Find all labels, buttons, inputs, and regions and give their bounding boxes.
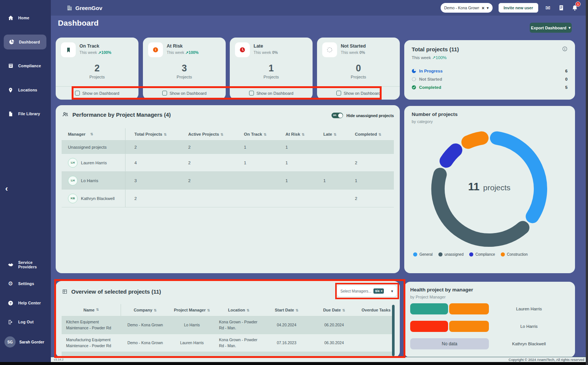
project-count: 3 — [143, 63, 226, 74]
check-circle-icon — [412, 85, 416, 90]
column-header-company[interactable]: Company⇅ — [121, 307, 169, 313]
sort-icon: ⇅ — [96, 307, 99, 313]
handshake-icon — [7, 262, 14, 268]
sidebar-item-home[interactable]: Home — [0, 10, 51, 25]
show-on-dashboard-checkbox[interactable]: Show on Dashboard — [317, 86, 400, 100]
bell-icon[interactable]: 1 — [571, 4, 578, 12]
checkbox-icon[interactable] — [249, 91, 254, 96]
company-select[interactable]: Demo - Kona Grown × ▾ — [441, 3, 493, 13]
sort-icon: ⇅ — [164, 133, 167, 136]
clear-icon[interactable]: × — [380, 289, 382, 293]
sort-icon: ⇅ — [154, 309, 157, 312]
donut-chart: 11projects — [426, 126, 552, 252]
chevron-down-icon: ▾ — [569, 26, 571, 30]
table-header-row: Name⇅ Company⇅ Project Manager⇅ Location… — [62, 304, 394, 316]
health-bar — [410, 303, 489, 314]
clock-icon — [235, 42, 250, 57]
sort-icon: ⇅ — [246, 309, 249, 312]
info-icon[interactable] — [562, 46, 568, 52]
column-header-project-manager[interactable]: Project Manager⇅ — [169, 307, 215, 313]
inbox-icon — [7, 63, 14, 69]
sidebar-item-settings[interactable]: ⚙ Settings — [0, 276, 51, 291]
manager-name: Lo Harris — [489, 324, 569, 329]
company-select-value: Demo - Kona Grown — [444, 6, 480, 10]
column-header-late[interactable]: Late⇅ — [314, 132, 346, 136]
mail-icon[interactable]: ✉ — [544, 4, 552, 12]
column-header-completed[interactable]: Completed⇅ — [346, 132, 394, 136]
report-icon[interactable] — [558, 4, 565, 12]
clear-icon[interactable]: × — [481, 5, 484, 11]
performance-table: Manager⇅ Total Projects⇅ Active Projects… — [62, 128, 394, 207]
page-scrollbar[interactable] — [586, 0, 588, 365]
column-header-active[interactable]: Active Projects⇅ — [179, 132, 235, 136]
card-title: Number of projects — [404, 106, 575, 117]
table-row[interactable]: Manufacturing Equipment Maintenance - Po… — [62, 334, 394, 352]
card-title: Total projects (11) — [412, 46, 562, 52]
sidebar-item-log-out[interactable]: Log Out — [0, 314, 51, 329]
home-icon — [7, 15, 14, 21]
sidebar-collapse-icon[interactable]: ‹ — [5, 185, 8, 193]
export-dashboard-button[interactable]: Export Dashboard ▾ — [530, 23, 572, 33]
toggle-switch[interactable]: on — [331, 113, 343, 118]
sidebar-item-dashboard[interactable]: Dashboard — [4, 35, 46, 49]
table-scrollbar[interactable] — [392, 305, 395, 356]
checkbox-icon[interactable] — [162, 91, 167, 96]
column-header-manager[interactable]: Manager⇅ — [62, 128, 125, 140]
file-icon — [7, 111, 14, 117]
chevron-down-icon[interactable]: ▾ — [391, 289, 393, 294]
sort-icon: ⇅ — [90, 132, 93, 136]
health-bar — [410, 321, 489, 332]
column-header-on-track[interactable]: On Track⇅ — [235, 132, 277, 136]
legend-dot — [501, 252, 505, 256]
warning-icon: ! — [148, 42, 163, 57]
user-profile[interactable]: SG Sarah Gorder — [0, 334, 51, 350]
sidebar-item-locations[interactable]: Locations — [0, 83, 51, 97]
column-header-due-date[interactable]: Due Date⇅ — [310, 307, 358, 313]
avatar: LH — [68, 176, 78, 185]
health-row: Lauren Harris — [410, 303, 569, 314]
sidebar-item-service-providers[interactable]: Service Providers — [0, 257, 51, 272]
svg-text:!: ! — [155, 48, 156, 52]
checkbox-icon[interactable] — [336, 91, 341, 96]
select-managers-dropdown[interactable]: Select Managers... 0/4× ▾ — [337, 285, 396, 297]
invite-new-user-button[interactable]: Invite new user — [499, 3, 538, 13]
card-subtitle: by category — [404, 117, 575, 124]
column-header-total[interactable]: Total Projects⇅ — [125, 132, 179, 136]
show-on-dashboard-checkbox[interactable]: Show on Dashboard — [230, 86, 313, 100]
hide-unassigned-toggle[interactable]: on Hide unassigned projects — [331, 113, 394, 118]
avatar: LH — [68, 158, 78, 168]
navbar-actions: Demo - Kona Grown × ▾ Invite new user ✉ … — [441, 0, 578, 16]
copyright-label: Copyright © 2024 AnamiTech, All rights r… — [509, 358, 584, 362]
version-label: v3.14.2 — [54, 358, 63, 361]
column-header-start-date[interactable]: Start Date⇅ — [263, 307, 310, 313]
legend-item: General — [413, 252, 433, 256]
table-row: LHLauren Harris 4 2 1 1 2 — [62, 154, 394, 172]
status-card-not-started: Not Started This week0% 0 Projects Show … — [317, 38, 400, 100]
bookmark-icon — [61, 42, 76, 57]
project-count: 0 — [317, 63, 400, 74]
table-row: LHLo Harris 3 2 1 1 1 — [62, 172, 394, 190]
avatar: SG — [4, 336, 16, 348]
question-icon: ? — [7, 300, 14, 306]
project-count: 1 — [230, 63, 313, 74]
sidebar-item-file-library[interactable]: File Library — [0, 106, 51, 121]
trend-value: ↗100% — [185, 50, 199, 55]
checkbox-icon[interactable] — [75, 91, 80, 96]
legend-item: Construction — [501, 252, 528, 256]
table-row[interactable]: Kitchen Equipment Maintenance - Powder R… — [62, 316, 394, 334]
sidebar-item-compliance[interactable]: Compliance — [0, 58, 51, 73]
dashed-circle-icon — [412, 77, 416, 81]
show-on-dashboard-checkbox[interactable]: Show on Dashboard — [56, 86, 138, 100]
gear-icon: ⚙ — [7, 281, 14, 287]
sort-icon: ⇅ — [302, 133, 305, 136]
trend-value: ↗100% — [432, 55, 447, 60]
select-managers-placeholder: Select Managers... — [340, 289, 371, 293]
chevron-down-icon[interactable]: ▾ — [487, 6, 489, 10]
column-header-name[interactable]: Name⇅ — [62, 304, 121, 316]
trend-value: 0% — [272, 50, 278, 55]
show-on-dashboard-checkbox[interactable]: Show on Dashboard — [143, 86, 226, 100]
column-header-at-risk[interactable]: At Risk⇅ — [277, 132, 314, 136]
sidebar-item-help-center[interactable]: ? Help Center — [0, 295, 51, 310]
column-header-location[interactable]: Location⇅ — [215, 307, 263, 313]
app-name: GreenGov — [75, 5, 102, 11]
